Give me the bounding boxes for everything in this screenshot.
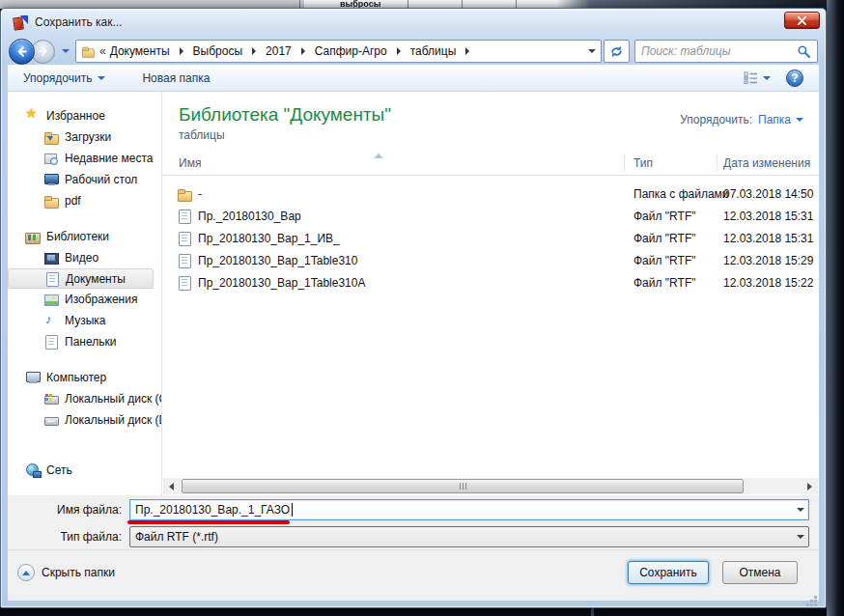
breadcrumb[interactable]: « Документы Выбросы 2017 Сапфир-Агро таб…: [75, 40, 602, 63]
table-row[interactable]: - Папка с файлами 07.03.2018 14:50: [162, 182, 819, 205]
scroll-right-button[interactable]: [802, 478, 818, 494]
sidebar-item-recent-places[interactable]: Недавние места: [8, 148, 161, 169]
sidebar-section-computer[interactable]: Компьютер: [8, 367, 161, 388]
background-window-edge: [827, 0, 844, 616]
dialog-client-area: Упорядочить Новая папка ?: [8, 65, 819, 601]
breadcrumb-overflow-chevron[interactable]: «: [99, 44, 106, 58]
filename-label: Имя файла:: [8, 503, 129, 517]
chevron-down-icon: [763, 76, 771, 80]
folder-icon: [43, 193, 59, 209]
nav-history-dropdown[interactable]: [59, 49, 72, 53]
sidebar-item-label: Локальный диск (D: [65, 413, 162, 427]
organize-label: Упорядочить: [23, 71, 92, 85]
sidebar-item-panelki[interactable]: Панельки: [8, 331, 161, 352]
sidebar-item-label: Видео: [65, 251, 98, 265]
chevron-right-icon[interactable]: [465, 47, 469, 55]
music-library-icon: [43, 313, 59, 328]
breadcrumb-item-tablicy[interactable]: таблицы: [408, 43, 459, 59]
file-date: 07.03.2018 14:50: [723, 187, 813, 201]
close-button[interactable]: [784, 12, 820, 29]
arrange-value-dropdown[interactable]: Папка: [758, 113, 803, 126]
new-folder-button[interactable]: Новая папка: [142, 71, 210, 85]
rtf-file-icon: [177, 275, 192, 291]
views-icon: [744, 71, 758, 84]
folder-icon: [177, 186, 192, 202]
save-button[interactable]: Сохранить: [628, 561, 709, 584]
chevron-right-icon[interactable]: [397, 47, 401, 55]
sidebar-item-desktop[interactable]: Рабочий стол: [8, 169, 161, 190]
title-bar[interactable]: Сохранить как...: [1, 9, 826, 35]
file-type: Файл "RTF": [633, 232, 695, 245]
filename-input[interactable]: Пр._20180130_Вар._1_ГАЗО: [129, 499, 809, 520]
sidebar-section-libraries[interactable]: Библиотеки: [8, 226, 161, 247]
search-icon: [797, 44, 811, 59]
sidebar-section-label: Избранное: [46, 109, 105, 123]
arrange-by-control: Упорядочить: Папка: [680, 113, 803, 126]
sidebar-item-music[interactable]: Музыка: [8, 310, 161, 331]
sidebar-section-network[interactable]: Сеть: [8, 460, 161, 481]
table-row[interactable]: Пр._20180130_Вар Файл "RTF" 12.03.2018 1…: [162, 205, 819, 227]
organize-menu-button[interactable]: Упорядочить: [23, 71, 105, 85]
sidebar-item-pictures[interactable]: Изображения: [8, 289, 161, 310]
sidebar-item-local-disk-c[interactable]: Локальный диск (C: [8, 388, 161, 409]
new-folder-label: Новая папка: [142, 71, 210, 85]
chevron-right-icon[interactable]: [301, 47, 305, 55]
sidebar-item-label: Недавние места: [65, 152, 153, 165]
back-button[interactable]: [9, 39, 35, 65]
recent-places-icon: [43, 151, 59, 166]
refresh-button[interactable]: [604, 40, 630, 63]
address-dropdown-button[interactable]: [583, 41, 601, 62]
file-name: Пр_20180130_Вар_1Table310A: [198, 276, 365, 290]
red-annotation-underline: [127, 520, 290, 524]
column-divider[interactable]: [624, 154, 625, 173]
sidebar-item-pdf[interactable]: pdf: [8, 190, 161, 211]
breadcrumb-item-sapfir-agro[interactable]: Сапфир-Агро: [313, 43, 389, 59]
sidebar-item-documents[interactable]: Документы: [8, 268, 154, 289]
change-view-button[interactable]: [744, 71, 771, 84]
filetype-select[interactable]: Файл RTF (*.rtf): [129, 526, 809, 547]
hide-folders-button[interactable]: Скрыть папки: [17, 564, 115, 581]
breadcrumb-item-documents[interactable]: Документы: [108, 43, 172, 59]
arrange-label: Упорядочить:: [680, 113, 752, 126]
search-input[interactable]: Поиск: таблицы: [634, 40, 818, 63]
sidebar-section-favorites[interactable]: Избранное: [8, 105, 161, 126]
horizontal-scrollbar[interactable]: [163, 478, 818, 494]
scrollbar-thumb[interactable]: [182, 479, 744, 493]
chevron-down-icon: [796, 118, 803, 122]
column-header-name[interactable]: Имя: [179, 156, 201, 170]
documents-library-icon: [44, 271, 60, 287]
column-divider[interactable]: [717, 154, 717, 173]
libraries-icon: [25, 229, 41, 244]
navigation-pane: Избранное Загрузки Недавние места Рабочи…: [8, 92, 162, 495]
chevron-right-icon[interactable]: [252, 47, 256, 55]
filetype-value: Файл RTF (*.rtf): [135, 530, 218, 544]
sidebar-item-downloads[interactable]: Загрузки: [8, 126, 161, 148]
breadcrumb-item-2017[interactable]: 2017: [264, 43, 294, 59]
resize-grip[interactable]: [814, 596, 817, 599]
star-icon: [25, 108, 41, 124]
search-placeholder: Поиск: таблицы: [641, 44, 797, 58]
sidebar-item-label: Изображения: [65, 293, 137, 306]
sidebar-item-label: Панельки: [65, 335, 116, 349]
column-header-type[interactable]: Тип: [633, 156, 653, 170]
help-button[interactable]: ?: [786, 70, 803, 87]
file-name-section: Имя файла: Пр._20180130_Вар._1_ГАЗО Тип …: [8, 495, 819, 549]
column-header-date[interactable]: Дата изменения: [723, 156, 810, 170]
filename-dropdown-button[interactable]: [792, 500, 808, 519]
sidebar-item-video[interactable]: Видео: [8, 247, 161, 268]
sidebar-item-local-disk-d[interactable]: Локальный диск (D: [8, 409, 161, 431]
table-row[interactable]: Пр_20180130_Вар_1Table310 Файл "RTF" 12.…: [162, 249, 819, 271]
scroll-left-button[interactable]: [163, 478, 180, 494]
table-row[interactable]: Пр_20180130_Вар_1Table310A Файл "RTF" 12…: [162, 271, 819, 294]
chevron-down-icon: [98, 76, 105, 80]
chevron-right-icon[interactable]: [180, 47, 183, 55]
table-row[interactable]: Пр_20180130_Вар_1_ИВ_ Файл "RTF" 12.03.2…: [162, 227, 819, 249]
desktop-icon: [43, 172, 59, 187]
forward-arrow-icon: [38, 45, 49, 57]
cancel-button[interactable]: Отмена: [722, 561, 798, 584]
filetype-dropdown-button[interactable]: [792, 527, 808, 546]
system-disk-icon: [43, 391, 59, 406]
collapse-up-icon: [17, 564, 35, 581]
breadcrumb-item-vybrosy[interactable]: Выбросы: [191, 43, 244, 59]
sidebar-section-label: Компьютер: [46, 371, 106, 384]
